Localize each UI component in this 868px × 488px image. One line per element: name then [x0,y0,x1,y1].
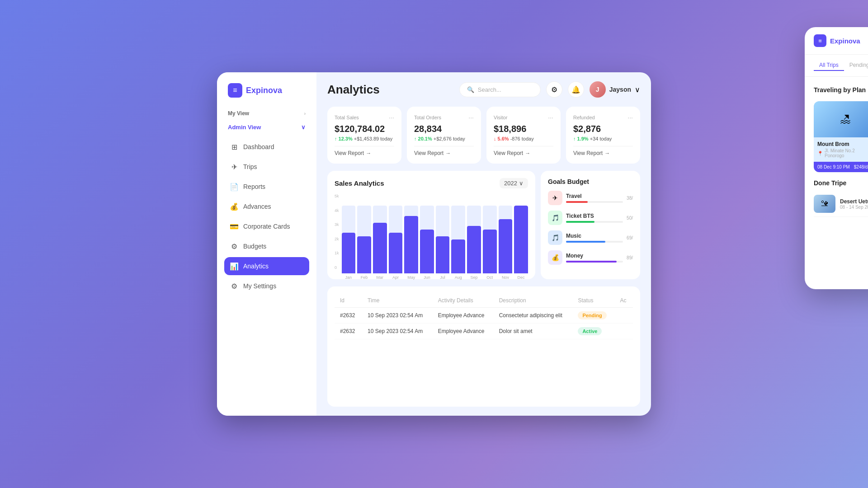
notifications-button[interactable]: 🔔 [568,81,584,98]
bar-group [514,206,528,273]
trip-card-name: Mount Brom [817,141,868,147]
bar-bg [373,206,387,273]
admin-view-label: Admin View [228,124,261,131]
music-icon: 🎵 [548,230,562,245]
bar-bg [357,206,371,273]
view-report-button[interactable]: View Report → [573,146,633,156]
sidebar-item-trips[interactable]: ✈ Trips [224,158,309,176]
year-select[interactable]: 2022 ∨ [500,178,528,188]
status-badge: Active [578,327,602,335]
month-label: Sep [467,275,481,280]
stat-more-menu[interactable]: ··· [627,114,633,121]
my-view-section[interactable]: My View › [224,108,309,118]
arrow-right-icon: → [604,150,610,156]
bar-group [451,206,465,273]
y-label: 2k [335,237,339,241]
cell-time: 10 Sep 2023 02:54 Am [362,308,433,324]
col-status: Status [572,294,614,308]
month-label: Aug [451,275,465,280]
stat-change: ↑ 20.1% +$2,676 today [414,136,474,141]
month-label: May [404,275,418,280]
cell-status: Active [572,324,614,339]
view-report-button[interactable]: View Report → [414,146,474,156]
bar-fg [436,236,450,274]
status-badge: Pending [578,311,606,319]
stat-value: $120,784.02 [335,124,394,134]
arrow-right-icon: → [525,150,530,156]
month-label: Oct [483,275,497,280]
stat-change: ↑ 1.9% +34 today [573,136,633,141]
month-label: Dec [514,275,528,280]
dashboard-icon: ⊞ [230,142,239,151]
sidebar-item-reports[interactable]: 📄 Reports [224,178,309,196]
sidebar-item-dashboard[interactable]: ⊞ Dashboard [224,138,309,156]
sidebar-item-advances[interactable]: 💰 Advances [224,197,309,216]
cell-status: Pending [572,308,614,324]
stat-card-refunded: Refunded ··· $2,876 ↑ 1.9% +34 today Vie… [566,107,640,164]
sidebar-item-my-settings[interactable]: ⚙ My Settings [224,277,309,295]
done-trips-section: Done Tripe 🏜 Desert Uetune 08 - 14 Sep 2… [814,179,868,217]
done-trips-title: Done Tripe [814,179,868,187]
user-info[interactable]: J Jayson ∨ [590,81,640,98]
stat-more-menu[interactable]: ··· [468,114,474,121]
search-bar[interactable]: 🔍 Search... [459,82,541,97]
stat-card-total-orders: Total Orders ··· 28,834 ↑ 20.1% +$2,676 … [407,107,481,164]
goal-item-travel: ✈ Travel 38/ [548,191,633,205]
admin-view-arrow: ∨ [301,124,306,131]
settings-icon: ⚙ [230,282,239,291]
logo: ≡ Expinova [224,83,309,98]
month-label: Nov [499,275,513,280]
bar-group [420,206,434,273]
mobile-header: ≡ Expinova ☰ [805,27,868,55]
cell-id: #2632 [335,308,362,324]
bar-fg [467,226,481,273]
stat-change: ↑ 12.3% +$1,453.89 today [335,136,394,141]
stat-label: Total Orders ··· [414,114,474,121]
y-label: 3k [335,222,339,227]
stat-label: Refunded ··· [573,114,633,121]
trip-card-location: 📍 Jl. Minate No.2 Ponorogo [817,148,868,158]
cell-id: #2632 [335,324,362,339]
bar-group [483,206,497,273]
bar-fg [483,230,497,274]
charts-row: Sales Analytics 2022 ∨ 5k 4k 3k 2k 1k 0 [327,171,640,279]
bar-fg [357,236,371,274]
cell-activity: Employee Advance [433,308,494,324]
mobile-logo-icon: ≡ [814,34,826,47]
done-trip-item: 🏜 Desert Uetune 08 - 14 Sep 2023 ⋮ [814,191,868,217]
mobile-body: Traveling by Plan + New Trip 🏖 Mount Bro… [805,77,868,289]
view-report-button[interactable]: View Report → [494,146,553,156]
settings-button[interactable]: ⚙ [546,81,562,98]
sidebar-item-analytics[interactable]: 📊 Analytics [224,257,309,275]
goal-item-money: 💰 Money 89/ [548,250,633,265]
sidebar-item-label: Analytics [243,263,269,270]
sidebar-item-label: Dashboard [243,143,274,150]
table-section: Id Time Activity Details Description Sta… [327,286,640,407]
analytics-icon: 📊 [230,262,239,271]
bar-bg [499,206,513,273]
view-report-button[interactable]: View Report → [335,146,394,156]
sidebar-item-budgets[interactable]: ⚙ Budgets [224,237,309,255]
tab-pending-trips[interactable]: Pending Trips [844,60,868,71]
main-content: Analytics 🔍 Search... ⚙ 🔔 J Jayson ∨ Tot [316,72,651,416]
sidebar-item-label: Corporate Cards [243,223,290,230]
sidebar: ≡ Expinova My View › Admin View ∨ ⊞ Dash… [217,72,316,416]
admin-view[interactable]: Admin View ∨ [224,122,309,132]
chart-header: Sales Analytics 2022 ∨ [335,178,528,188]
bar-group [389,206,403,273]
user-name: Jayson [609,86,631,93]
stat-value: $18,896 [494,124,553,134]
goal-info: Money [566,253,623,263]
table-row: #2632 10 Sep 2023 02:54 Am Employee Adva… [335,308,633,324]
stat-more-menu[interactable]: ··· [548,114,553,121]
bar-group [499,206,513,273]
cell-description: Consectetur adipiscing elit [494,308,573,324]
stat-more-menu[interactable]: ··· [389,114,394,121]
money-icon: 💰 [548,250,562,265]
search-icon: 🔍 [467,86,474,93]
sidebar-item-corporate-cards[interactable]: 💳 Corporate Cards [224,217,309,235]
trip-card-body: Mount Brom 📍 Jl. Minate No.2 Ponorogo [814,137,868,162]
y-label: 4k [335,208,339,213]
tab-all-trips[interactable]: All Trips [814,60,844,71]
header-right: 🔍 Search... ⚙ 🔔 J Jayson ∨ [459,81,640,98]
